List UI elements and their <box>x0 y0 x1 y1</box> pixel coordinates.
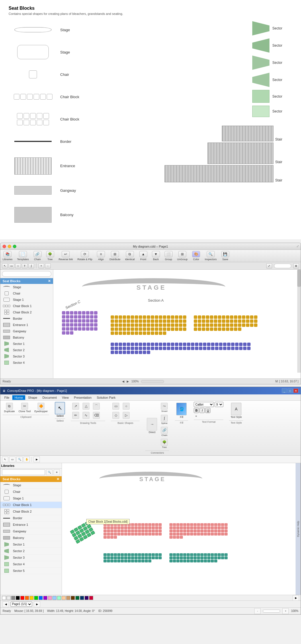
win-menubar[interactable]: File Home Shape Document View Presentati… <box>0 394 301 401</box>
mac-shape-item-balcony[interactable]: Balcony <box>0 334 53 341</box>
win-draw-btn-2[interactable]: △ <box>81 402 91 410</box>
win-panel-tools[interactable]: 🔍 ≡ <box>0 469 62 476</box>
win-shape-btn-2[interactable]: ○ <box>121 402 131 410</box>
mac-search-input[interactable] <box>2 271 51 277</box>
win-page-nav[interactable]: ◀ Page1 (1/1) ▶ <box>0 600 301 607</box>
win-page-next[interactable]: ▶ <box>34 601 40 607</box>
color-purple[interactable] <box>43 596 47 600</box>
mac-maximize-button[interactable] <box>13 245 16 248</box>
mac-toolbar[interactable]: 📚 Libraries 📄 Templates 🔗 Chain 🌳 Tree ↩… <box>0 250 301 262</box>
mac-shape-item-stage[interactable]: Stage <box>0 284 53 290</box>
circle-tool[interactable]: ○ <box>15 263 21 268</box>
toolbar-templates[interactable]: 📄 Templates <box>17 251 29 261</box>
win-close-btn[interactable]: ✕ <box>293 388 298 393</box>
select-tool[interactable]: ▭ <box>9 263 14 268</box>
view-btn[interactable]: ⊕ <box>293 263 299 268</box>
win-draw-btn-5[interactable]: ∿ <box>81 411 91 420</box>
color-darkgreen[interactable] <box>75 596 79 600</box>
win-color-more[interactable]: ▶ <box>293 595 299 601</box>
win-panel-toggle[interactable]: ▶ <box>34 457 40 462</box>
mac-toolbar-row2[interactable]: ↖ ▭ ○ T ∫ + - ⤢ ⊕ <box>0 262 301 270</box>
toolbar-save[interactable]: 💾 Save <box>221 251 229 261</box>
mac-canvas[interactable]: STAGE Section A Section C (function(){ v… <box>53 270 301 378</box>
mac-nav-next[interactable]: ▶ <box>127 380 129 383</box>
toolbar-color[interactable]: 🎨 Color <box>192 251 200 261</box>
toolbar-group[interactable]: ⬜ Group <box>165 251 173 261</box>
win-shape-item-sector2[interactable]: Sector 2 <box>0 548 62 554</box>
color-yellow[interactable] <box>30 596 34 600</box>
color-peach[interactable] <box>62 596 66 600</box>
win-rib-clone-tool[interactable]: ✂ Clone Tool <box>17 402 32 414</box>
chain-icon[interactable]: 🔗 <box>34 251 42 257</box>
win-menu-home[interactable]: Home <box>12 395 25 400</box>
win-tool-arrow[interactable]: ↖ <box>2 457 8 462</box>
win-rib-smart[interactable]: ⤳Smart <box>159 402 169 413</box>
win-shape-btn-3[interactable]: ◇ <box>111 411 121 420</box>
text-tool[interactable]: T <box>22 263 28 268</box>
mac-panel-close[interactable]: ✕ <box>48 279 51 283</box>
color-orange[interactable] <box>25 596 29 600</box>
color-lightblue[interactable] <box>52 596 56 600</box>
rotate-flip-icon[interactable]: ⟳ <box>81 251 89 257</box>
ungroup-icon[interactable]: ⊞ <box>178 251 186 257</box>
mac-zoom-slider[interactable] <box>141 380 164 383</box>
color-blue[interactable] <box>39 596 43 600</box>
win-panel-menu-btn[interactable]: ≡ <box>54 469 60 475</box>
win-text-align-btn[interactable]: ≡ <box>194 414 198 418</box>
mac-shape-item-chair-block2[interactable]: Chair Block 2 <box>0 309 53 315</box>
toolbar-back[interactable]: ▼ Back <box>152 251 160 261</box>
toolbar-front[interactable]: ▲ Front <box>139 251 147 261</box>
win-rib-fill-btn[interactable]: 🪣 Fill <box>175 402 188 419</box>
win-ribbon[interactable]: ⧉ Duplicate ✂ Clone Tool 🔶 Eyedropper Cl… <box>0 401 301 456</box>
arrow-tool[interactable]: ↖ <box>2 263 8 268</box>
mac-shape-item-sector4[interactable]: Sector 4 <box>0 359 53 366</box>
win-tool-select[interactable]: ▭ <box>9 457 15 462</box>
win-status-right[interactable]: - + 100% <box>254 608 298 614</box>
win-zoom-slider[interactable] <box>263 610 280 613</box>
win-search-btn[interactable]: 🔍 <box>46 469 52 475</box>
color-pink[interactable] <box>48 596 52 600</box>
mac-shape-item-gangway[interactable]: Gangway <box>0 328 53 334</box>
libraries-icon[interactable]: 📚 <box>3 251 11 257</box>
win-minimize-btn[interactable]: _ <box>282 388 287 393</box>
win-panel-close[interactable]: ✕ <box>56 477 59 481</box>
win-menu-file[interactable]: File <box>2 395 12 400</box>
win-underline-btn[interactable]: U <box>205 408 210 413</box>
win-shape-item-sector4[interactable]: Sector 4 <box>0 561 62 568</box>
mac-resize-button[interactable]: ⤢ <box>296 244 299 248</box>
win-rib-duplicate[interactable]: ⧉ Duplicate <box>3 402 16 414</box>
color-lightgray[interactable] <box>7 596 11 600</box>
mac-shape-item-border[interactable]: Border <box>0 315 53 322</box>
mac-shape-item-sector3[interactable]: Sector 3 <box>0 353 53 359</box>
back-icon[interactable]: ▼ <box>152 251 160 257</box>
toolbar-align[interactable]: ≡ Align <box>97 251 105 261</box>
mac-scrollbar-vertical[interactable] <box>297 270 301 373</box>
win-rib-direct[interactable]: → Direct <box>145 417 159 434</box>
win-canvas[interactable]: STAGE (function(){ var d = document.curr… <box>62 463 296 595</box>
save-icon[interactable]: 💾 <box>221 251 229 257</box>
templates-icon[interactable]: 📄 <box>19 251 27 257</box>
color-darkbrown[interactable] <box>71 596 75 600</box>
color-red[interactable] <box>20 596 24 600</box>
win-shape-item-gangway[interactable]: Gangway <box>0 528 62 535</box>
win-zoom-out-btn[interactable]: - <box>254 608 261 614</box>
color-icon[interactable]: 🎨 <box>192 251 200 257</box>
toolbar-distribute[interactable]: ⊞ Distribute <box>110 251 120 261</box>
toolbar-inspectors[interactable]: 🔍 Inspectors <box>205 251 217 261</box>
toolbar-libraries[interactable]: 📚 Libraries <box>3 251 13 261</box>
mac-shape-item-sector2[interactable]: Sector 2 <box>0 347 53 353</box>
inspectors-icon[interactable]: 🔍 <box>207 251 215 257</box>
tree-icon[interactable]: 🌳 <box>46 251 54 257</box>
mac-shape-item-chair-block1[interactable]: Chair Block 1 <box>0 303 53 309</box>
mac-shape-item-sector1[interactable]: Sector 1 <box>0 341 53 347</box>
win-restore-btn[interactable]: □ <box>288 388 293 393</box>
win-selected-shape[interactable]: (function(){ var d = document.currentScr… <box>72 525 95 539</box>
win-menu-view[interactable]: View <box>60 395 71 400</box>
mac-shape-item-chair[interactable]: Chair <box>0 290 53 297</box>
win-tool-zoom[interactable]: 🔍 <box>16 457 23 462</box>
win-window-controls[interactable]: _ □ ✕ <box>282 388 298 393</box>
win-rib-select-btn[interactable]: ↖ Select <box>55 402 65 417</box>
color-green[interactable] <box>34 596 38 600</box>
toolbar-identical[interactable]: ⧉ Identical <box>125 251 135 261</box>
color-darkpurple[interactable] <box>85 596 89 600</box>
